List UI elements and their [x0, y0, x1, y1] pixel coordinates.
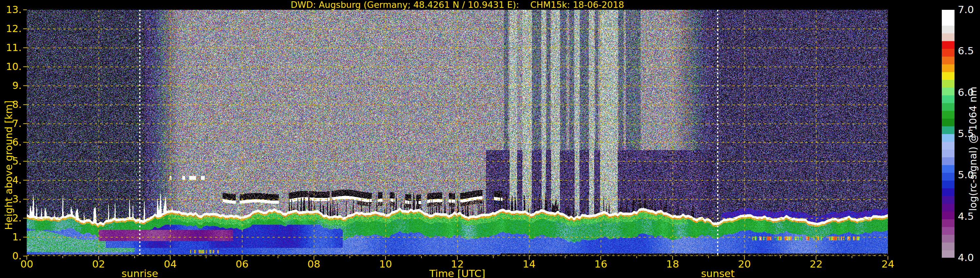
colorbar-tick-label: 5.5: [958, 128, 974, 139]
y-tick-label: 8.: [0, 99, 22, 110]
x-tick-label: 12: [451, 258, 463, 270]
axis-tick-mark: [457, 256, 458, 260]
axis-tick-mark: [170, 256, 170, 260]
colorbar-tick-label: 5.0: [958, 169, 974, 181]
axis-tick-mark: [23, 85, 27, 86]
axis-tick-mark: [421, 256, 422, 258]
axis-tick-mark: [23, 104, 27, 105]
axis-tick-mark: [62, 256, 63, 258]
axis-tick-mark: [23, 237, 27, 238]
x-tick-label: 04: [164, 258, 177, 270]
axis-tick-mark: [600, 256, 601, 260]
axis-tick-mark: [206, 256, 207, 258]
axis-tick-mark: [493, 256, 493, 258]
x-tick-label: 00: [20, 258, 33, 270]
y-tick-label: 4.: [0, 174, 22, 186]
colorbar-label: log(rc-signal) @ 1064 nm: [967, 87, 979, 211]
sunset-label: sunset: [701, 268, 735, 278]
y-tick-label: 6.: [0, 136, 22, 148]
axis-tick-mark: [23, 180, 27, 181]
axis-tick-mark: [780, 256, 781, 258]
x-tick-label: 10: [379, 258, 392, 270]
ceilometer-quicklook-figure: DWD: Augsburg (Germany; 48.4261 N / 10.9…: [0, 0, 980, 278]
y-tick-label: 12.: [0, 23, 22, 34]
axis-tick-mark: [744, 256, 745, 260]
x-tick-label: 16: [595, 258, 607, 270]
axis-tick-mark: [23, 161, 27, 161]
x-tick-label: 02: [92, 258, 105, 270]
axis-tick-mark: [23, 199, 27, 200]
colorbar: [942, 10, 955, 258]
y-tick-label: 13.: [0, 4, 22, 15]
axis-tick-mark: [23, 256, 27, 256]
axis-tick-mark: [134, 256, 135, 258]
y-tick-label: 11.: [0, 42, 22, 53]
axis-tick-mark: [23, 48, 27, 48]
chart-title: DWD: Augsburg (Germany; 48.4261 N / 10.9…: [27, 0, 888, 10]
x-tick-label: 08: [307, 258, 320, 270]
y-tick-label: 7.: [0, 118, 22, 129]
axis-tick-mark: [242, 256, 242, 260]
axis-tick-mark: [385, 256, 386, 260]
colorbar-tick-label: 6.0: [958, 86, 974, 98]
y-tick-label: 9.: [0, 80, 22, 91]
axis-tick-mark: [278, 256, 278, 258]
sunrise-label: sunrise: [121, 268, 158, 278]
axis-tick-mark: [23, 10, 27, 10]
x-tick-label: 22: [810, 258, 822, 270]
y-tick-label: 5.: [0, 155, 22, 167]
y-tick-label: 0.: [0, 250, 22, 262]
heatmap-canvas: [27, 10, 888, 256]
axis-tick-mark: [350, 256, 350, 258]
axis-tick-mark: [23, 142, 27, 142]
axis-tick-mark: [565, 256, 565, 258]
y-tick-label: 3.: [0, 193, 22, 205]
axis-tick-mark: [708, 256, 709, 258]
x-tick-label: 24: [881, 258, 894, 270]
axis-tick-mark: [23, 123, 27, 124]
axis-tick-mark: [98, 256, 99, 260]
axis-tick-mark: [313, 256, 314, 260]
axis-tick-mark: [672, 256, 673, 260]
colorbar-tick-label: 4.5: [958, 210, 974, 222]
y-tick-label: 10.: [0, 61, 22, 72]
colorbar-tick-label: 4.0: [958, 251, 974, 263]
axis-tick-mark: [529, 256, 530, 260]
x-tick-label: 06: [235, 258, 248, 270]
axis-tick-mark: [636, 256, 637, 258]
axis-tick-mark: [23, 218, 27, 219]
axis-tick-mark: [23, 66, 27, 67]
axis-tick-mark: [816, 256, 816, 260]
colorbar-tick-label: 6.5: [958, 45, 974, 57]
axis-tick-mark: [23, 29, 27, 29]
y-tick-label: 2.: [0, 212, 22, 224]
x-tick-label: 14: [523, 258, 535, 270]
axis-tick-mark: [888, 256, 888, 260]
axis-tick-mark: [852, 256, 852, 258]
x-tick-label: 20: [738, 258, 751, 270]
y-tick-label: 1.: [0, 231, 22, 243]
colorbar-tick-label: 7.0: [958, 3, 974, 15]
axis-tick-mark: [27, 256, 27, 260]
x-tick-label: 18: [666, 258, 679, 270]
